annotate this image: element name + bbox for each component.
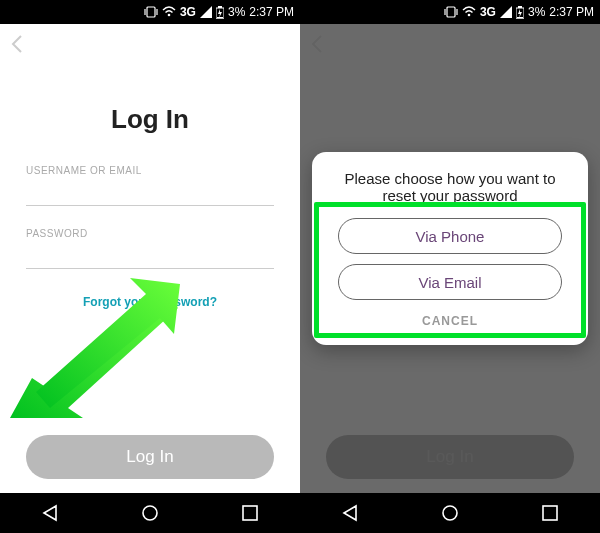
svg-rect-25: [543, 506, 557, 520]
status-bar: 3G 3% 2:37 PM: [300, 0, 600, 24]
nav-home-icon[interactable]: [440, 503, 460, 523]
username-label: USERNAME OR EMAIL: [26, 165, 274, 176]
login-button[interactable]: Log In: [26, 435, 274, 479]
svg-rect-14: [447, 7, 455, 17]
reset-password-modal: Please choose how you want to reset your…: [312, 152, 588, 345]
login-screen-dimmed: Log In Please choose how you want to res…: [300, 24, 600, 493]
cancel-button[interactable]: CANCEL: [422, 314, 478, 328]
back-icon[interactable]: [10, 34, 24, 59]
svg-marker-8: [218, 9, 222, 18]
network-type: 3G: [180, 5, 196, 19]
phone-left: 3G 3% 2:37 PM Log In USERNAME OR EMAIL P…: [0, 0, 300, 533]
login-screen: Log In USERNAME OR EMAIL PASSWORD Forgot…: [0, 24, 300, 493]
network-type: 3G: [480, 5, 496, 19]
nav-back-icon[interactable]: [340, 503, 360, 523]
page-title: Log In: [26, 104, 274, 135]
signal-icon: [500, 6, 512, 18]
svg-marker-18: [500, 6, 512, 18]
nav-back-icon[interactable]: [40, 503, 60, 523]
status-bar: 3G 3% 2:37 PM: [0, 0, 300, 24]
battery-percent: 3%: [228, 5, 245, 19]
battery-percent: 3%: [528, 5, 545, 19]
svg-marker-22: [518, 9, 522, 18]
svg-rect-13: [243, 506, 257, 520]
svg-marker-11: [44, 506, 56, 520]
clock: 2:37 PM: [549, 5, 594, 19]
svg-point-24: [443, 506, 457, 520]
svg-rect-0: [147, 7, 155, 17]
modal-title: Please choose how you want to reset your…: [326, 170, 574, 204]
via-phone-button[interactable]: Via Phone: [338, 218, 561, 254]
vibrate-icon: [144, 6, 158, 18]
wifi-icon: [462, 6, 476, 18]
svg-rect-21: [517, 17, 523, 19]
password-input[interactable]: [26, 243, 274, 269]
username-input[interactable]: [26, 180, 274, 206]
svg-marker-4: [200, 6, 212, 18]
signal-icon: [200, 6, 212, 18]
via-email-button[interactable]: Via Email: [338, 264, 561, 300]
android-nav-bar: [0, 493, 300, 533]
vibrate-icon: [444, 6, 458, 18]
password-label: PASSWORD: [26, 228, 274, 239]
forgot-password-link[interactable]: Forgot your password?: [83, 295, 217, 309]
battery-icon: [516, 6, 524, 19]
android-nav-bar: [300, 493, 600, 533]
svg-marker-23: [344, 506, 356, 520]
svg-rect-7: [217, 17, 223, 19]
phone-right: 3G 3% 2:37 PM Log In Please choose how y…: [300, 0, 600, 533]
wifi-icon: [162, 6, 176, 18]
nav-recent-icon[interactable]: [540, 503, 560, 523]
nav-recent-icon[interactable]: [240, 503, 260, 523]
svg-point-3: [168, 14, 171, 17]
svg-point-17: [468, 14, 471, 17]
svg-point-12: [143, 506, 157, 520]
clock: 2:37 PM: [249, 5, 294, 19]
battery-icon: [216, 6, 224, 19]
nav-home-icon[interactable]: [140, 503, 160, 523]
